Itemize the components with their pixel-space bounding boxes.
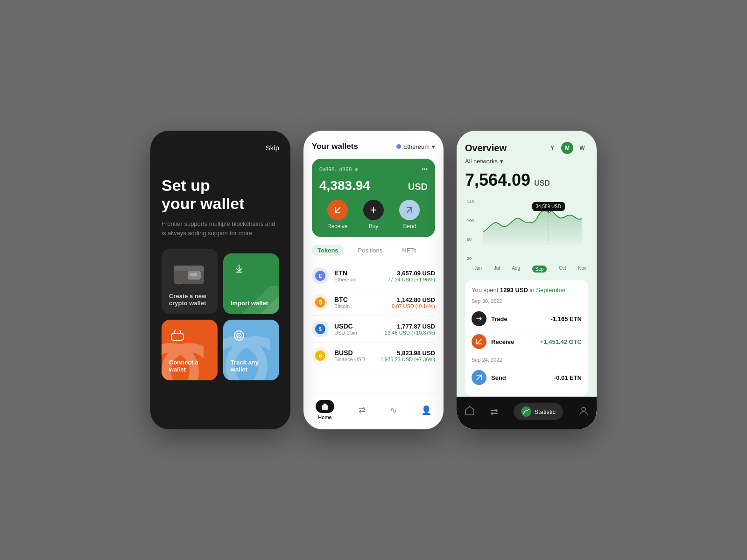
btc-info: BTC Bitcoin (334, 296, 386, 309)
stat-icon (521, 406, 531, 417)
wallets-header: Your wallets Ethereum ▾ (312, 142, 435, 151)
tab-tokens[interactable]: Tokens (312, 245, 344, 256)
busd-usd: 5,823.98 USD (381, 350, 435, 357)
setup-title: Set up your wallet (162, 176, 279, 213)
trade-amount: -1.165 ETN (551, 315, 582, 322)
date-sep24: Sep 24, 2022 (472, 357, 582, 363)
wallet-address: 0v898...d898 ⊕ (319, 166, 359, 173)
tx-receive[interactable]: Receive +1,451.42 GTC (472, 330, 582, 353)
token-row-etn[interactable]: E ETN Ethereum 3,657.09 USD 77.34 USD (+… (312, 263, 435, 289)
tab-nfts[interactable]: NFTs (396, 245, 422, 256)
buy-label: Buy (369, 223, 379, 230)
usdc-change: 23.46 USD (+10.87%) (385, 330, 435, 336)
statistic-button[interactable]: Statistic (514, 403, 563, 420)
nav-home[interactable]: Home (316, 400, 334, 420)
period-m[interactable]: M (561, 142, 573, 154)
nav-swap[interactable]: ⇄ (359, 405, 366, 415)
busd-change: 1,975,23 USD (+7.36%) (381, 357, 435, 362)
etn-symbol: ETN (334, 269, 382, 277)
overview-header: Overview Y M W (465, 142, 588, 154)
wallet-actions: Receive Buy (319, 200, 428, 230)
btc-change: 0.07 USD (-0.14%) (392, 303, 435, 309)
chart-tooltip: 34,589 USD (532, 202, 565, 211)
overview-chart: 140 100 60 20 (465, 197, 588, 263)
swap-icon: ⇄ (359, 405, 366, 415)
nav3-home[interactable] (465, 406, 475, 418)
tab-positions[interactable]: Positions (352, 245, 388, 256)
chart-labels: Jun Jul Aug Sep Oct Nov (465, 266, 588, 273)
month-sep[interactable]: Sep (532, 266, 547, 273)
etn-name: Ethereum (334, 277, 382, 282)
tx-send[interactable]: Send -0.01 ETN (472, 366, 582, 389)
networks-label: All networks (465, 158, 498, 165)
tx-trade[interactable]: Trade -1.165 ETN (472, 308, 582, 330)
import-wallet-card[interactable]: Import wallet (223, 253, 279, 314)
track-wallet-card[interactable]: Track any wallet (223, 320, 279, 380)
send-button[interactable]: Send (399, 200, 420, 230)
svg-point-27 (582, 407, 585, 411)
token-row-usdc[interactable]: $ USDC USD Coin 1,777.87 USD 23.46 USD (… (312, 316, 435, 343)
wallet-card-header: 0v898...d898 ⊕ ••• (319, 166, 428, 173)
busd-name: Binance USD (334, 357, 375, 362)
wallet-balance: 4,383.94 USD (319, 178, 428, 193)
profile3-icon (578, 406, 589, 418)
month-aug: Aug (512, 266, 520, 273)
connect-wallet-card[interactable]: Connect a wallet (162, 320, 218, 380)
buy-button[interactable]: Buy (363, 200, 384, 230)
home-icon (316, 400, 334, 413)
wallets-title: Your wallets (312, 142, 358, 151)
create-wallet-card[interactable]: Create a new crypto wallet (162, 249, 218, 314)
send-tx-amount: -0.01 ETN (554, 374, 582, 381)
spent-text: You spent 1293 USD in September (472, 287, 582, 294)
nav-profile[interactable]: 👤 (421, 405, 431, 415)
busd-value: 5,823.98 USD 1,975,23 USD (+7.36%) (381, 350, 435, 362)
month-oct: Oct (559, 266, 566, 273)
import-icon (231, 261, 247, 278)
wallet-card: 0v898...d898 ⊕ ••• 4,383.94 USD (312, 159, 435, 237)
token-row-btc[interactable]: ₿ BTC Bitcoin 1,142.80 USD 0.07 USD (-0.… (312, 289, 435, 316)
period-w[interactable]: W (576, 142, 588, 154)
phones-container: Skip Set up your wallet Frontier support… (132, 112, 615, 448)
period-y[interactable]: Y (546, 142, 558, 154)
etn-usd: 3,657.09 USD (388, 270, 435, 277)
nav3-swap[interactable]: ⇄ (490, 406, 498, 417)
btc-symbol: BTC (334, 296, 386, 303)
busd-icon: B (312, 347, 329, 364)
overview-title: Overview (465, 143, 507, 154)
token-list: E ETN Ethereum 3,657.09 USD 77.34 USD (+… (312, 263, 435, 369)
nav3-profile[interactable] (578, 406, 589, 418)
receive-tx-icon (472, 334, 486, 349)
home3-icon (465, 406, 475, 418)
network-badge[interactable]: Ethereum ▾ (396, 143, 435, 150)
balance-big-currency: USD (534, 179, 550, 188)
receive-tx-label: Receive (491, 338, 536, 345)
btc-value: 1,142.80 USD 0.07 USD (-0.14%) (392, 296, 435, 309)
create-wallet-label: Create a new crypto wallet (169, 293, 210, 307)
period-buttons: Y M W (546, 142, 588, 154)
networks-chevron: ▾ (500, 158, 503, 165)
etn-change: 77.34 USD (+1.96%) (388, 277, 435, 282)
usdc-usd: 1,777.87 USD (385, 323, 435, 330)
etn-icon: E (312, 267, 329, 284)
bottom-nav: Home ⇄ ∿ 👤 (303, 393, 444, 429)
spent-section: You spent 1293 USD in September Sep 30, … (465, 280, 588, 396)
setup-subtitle: Frontier supports multiple blockchains a… (162, 219, 279, 238)
balance-amount: 4,383.94 (319, 178, 370, 193)
svg-text:B: B (318, 353, 322, 358)
btc-usd: 1,142.80 USD (392, 296, 435, 303)
send-tx-icon (472, 370, 486, 385)
svg-rect-1 (174, 266, 204, 271)
wallet-menu[interactable]: ••• (422, 166, 428, 173)
track-decoration (223, 334, 270, 380)
skip-button[interactable]: Skip (266, 144, 279, 152)
usdc-info: USDC USD Coin (334, 322, 379, 336)
usdc-value: 1,777.87 USD 23.46 USD (+10.87%) (385, 323, 435, 336)
receive-button[interactable]: Receive (327, 200, 348, 230)
svg-text:$: $ (319, 327, 322, 332)
chart-y-labels: 140 100 60 20 (467, 197, 474, 263)
nav-chart[interactable]: ∿ (390, 405, 397, 415)
token-row-busd[interactable]: B BUSD Binance USD 5,823.98 USD 1,975,23… (312, 343, 435, 369)
all-networks-filter[interactable]: All networks ▾ (465, 158, 588, 165)
balance-currency: USD (408, 182, 428, 192)
trade-label: Trade (491, 315, 546, 322)
